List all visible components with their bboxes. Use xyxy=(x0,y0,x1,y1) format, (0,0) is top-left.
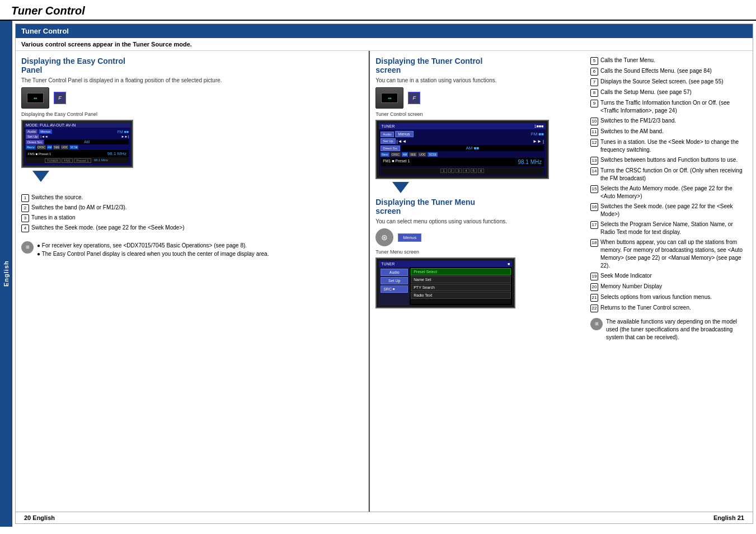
note-box-left: ⊞ ● For receiver key operations, see <DD… xyxy=(21,241,363,258)
item-15-num: 15 xyxy=(590,185,598,193)
item-15: 15Selects the Auto Memory mode. (See pag… xyxy=(590,185,747,200)
ts-direct-btn[interactable]: Direct Src xyxy=(381,146,400,151)
item-10-num: 10 xyxy=(590,118,598,125)
ts-recv-btn[interactable]: Recv xyxy=(381,152,389,157)
tuner-device-unit: ■■ xyxy=(375,87,403,109)
item-19: 19Seek Mode Indicator xyxy=(590,272,747,280)
ts-freq-display: 98.1 MHz xyxy=(518,159,542,165)
item-16-num: 16 xyxy=(590,203,598,211)
item-7: 7Displays the Source Select screen. (see… xyxy=(590,78,747,86)
ts-setup-btn[interactable]: Set Up xyxy=(381,138,395,144)
step-2-text: Switches the band (to AM or FM1/2/3). xyxy=(31,204,127,212)
ts-p5[interactable]: 5 xyxy=(471,168,477,173)
ts-p2[interactable]: 2 xyxy=(448,168,454,173)
cp-mode-row: MODE: FULL AV-OUT: AV-IN xyxy=(24,123,130,128)
item-21: 21Selects options from various function … xyxy=(590,293,747,302)
item-17: 17Selects the Program Service Name, Stat… xyxy=(590,221,747,236)
content-header: Tuner Control xyxy=(16,24,753,38)
item-6-num: 6 xyxy=(590,68,598,76)
device-image-row: ■■ F xyxy=(21,87,363,109)
device-screen-display: ■■ xyxy=(34,96,37,100)
device-screen: ■■ xyxy=(27,93,44,103)
tuner-menu-desc: You can select menu options using variou… xyxy=(375,218,585,226)
item-9-num: 9 xyxy=(590,100,598,107)
ts-am-display: AM ■■ xyxy=(401,145,544,151)
tuner-screen-display: ■■ xyxy=(388,96,391,100)
step-3-num: 3 xyxy=(21,214,29,222)
item-17-num: 17 xyxy=(590,221,598,229)
ts-p6[interactable]: 6 xyxy=(478,168,484,173)
tms-pty-search[interactable]: PTY Search xyxy=(411,284,511,291)
control-panel-screenshot: MODE: FULL AV-OUT: AV-IN Audio Menus FM … xyxy=(21,120,133,168)
arrow-down-left xyxy=(32,171,49,182)
item-11: 11Switches to the AM band. xyxy=(590,128,747,136)
ts-audio-btn[interactable]: Audio xyxy=(381,132,393,137)
note-icon-left: ⊞ xyxy=(21,241,34,254)
menu-label-btn: Menus xyxy=(398,233,421,242)
ts-crsc-btn[interactable]: CRSC xyxy=(391,152,401,157)
left-col: Displaying the Easy Control Panel The Tu… xyxy=(16,51,369,512)
item-12-num: 12 xyxy=(590,139,598,147)
tuner-control-screen-img: TUNER 1■■■ Audio Menus FM ■■ xyxy=(375,120,549,179)
two-col: Displaying the Easy Control Panel The Tu… xyxy=(16,51,753,512)
ts-prev-btn[interactable]: |◄◄ xyxy=(397,139,407,144)
item-13: 13Switches between buttons and Function … xyxy=(590,156,747,165)
page-title: Tuner Control xyxy=(11,4,85,17)
tms-src-btn[interactable]: SRC■ xyxy=(381,285,408,293)
item-8: 8Calls the Setup Menu. (see page 57) xyxy=(590,88,747,97)
final-note-text: The available functions vary depending o… xyxy=(606,318,747,341)
ts-see-btn[interactable]: SEE xyxy=(409,152,417,157)
top-title-bar: Tuner Control xyxy=(0,0,756,21)
item-10: 10Switches to the FM1/2/3 band. xyxy=(590,117,747,125)
easy-control-title: Displaying the Easy Control Panel xyxy=(21,57,363,74)
note-text-left: ● For receiver key operations, see <DDX7… xyxy=(37,241,269,258)
item-22-num: 22 xyxy=(590,305,598,312)
tms-top-right: ■ xyxy=(508,262,510,266)
right-col: Displaying the Tuner Control screen You … xyxy=(370,51,753,512)
ts-scse-btn[interactable]: SCSE xyxy=(428,152,438,157)
easy-steps-list: 1 Switches the source. 2 Switches the ba… xyxy=(21,194,363,234)
ts-next-btn[interactable]: ►► | xyxy=(533,139,544,144)
menu-icon-row: ⊛ Menus xyxy=(375,228,585,246)
footer-right: English 21 xyxy=(713,514,744,521)
footer-left: 20 English xyxy=(24,514,55,521)
tms-empty-row xyxy=(411,299,511,304)
tuner-items-list: 5Calls the Tuner Menu. 6Calls the Sound … xyxy=(590,57,747,312)
tms-name-set[interactable]: Name Set xyxy=(411,276,511,283)
tms-setup-btn[interactable]: Set Up xyxy=(381,277,408,284)
tuner-menu-screen-label: Tuner Menu screen xyxy=(375,249,585,255)
step-4-text: Switches the Seek mode. (see page 22 for… xyxy=(31,224,185,232)
ts-p4[interactable]: 4 xyxy=(463,168,469,173)
tms-audio-btn[interactable]: Audio xyxy=(381,269,408,276)
page-footer: 20 English English 21 xyxy=(16,512,753,523)
arrow-down-right-top xyxy=(392,182,409,193)
item-5-num: 5 xyxy=(590,57,598,65)
tuner-screen-label: Tuner Control screen xyxy=(375,111,585,117)
ts-p1[interactable]: 1 xyxy=(440,168,447,173)
ts-am-btn[interactable]: AM xyxy=(402,152,408,157)
ts-uoc-btn[interactable]: UOC xyxy=(418,152,426,157)
item-13-num: 13 xyxy=(590,157,598,165)
ts-fm1-label: FM1 ■ Preset 1 xyxy=(383,159,410,165)
tms-preset-select[interactable]: Preset Select xyxy=(411,268,511,275)
menu-circle-icon: ⊛ xyxy=(375,228,393,246)
device-unit: ■■ xyxy=(21,87,49,109)
page-wrapper: Tuner Control English Tuner Control Vari… xyxy=(0,0,756,534)
item-9: 9Turns the Traffic Information function … xyxy=(590,99,747,115)
main-content: English Tuner Control Various control sc… xyxy=(0,21,756,527)
tuner-device-row: ■■ F xyxy=(375,87,585,109)
ts-p3[interactable]: 3 xyxy=(456,168,462,173)
item-20: 20Memory Number Display xyxy=(590,283,747,291)
note-box-right: ⊞ The available functions vary depending… xyxy=(590,318,747,341)
content-box: Tuner Control Various control screens ap… xyxy=(15,24,753,524)
step-2: 2 Switches the band (to AM or FM1/2/3). xyxy=(21,204,363,212)
cp-mode-text: MODE: FULL AV-OUT: AV-IN xyxy=(26,123,76,127)
item-16: 16Switches the Seek mode. (see page 22 f… xyxy=(590,203,747,218)
item-7-num: 7 xyxy=(590,78,598,86)
ts-menus-btn[interactable]: Menus xyxy=(395,131,414,137)
step-4-num: 4 xyxy=(21,224,29,232)
easy-control-section: Displaying the Easy Control Panel The Tu… xyxy=(21,57,363,185)
tms-tuner-label: TUNER xyxy=(381,262,395,266)
item-18-num: 18 xyxy=(590,239,598,247)
tms-radio-text[interactable]: Radio Text xyxy=(411,292,511,299)
